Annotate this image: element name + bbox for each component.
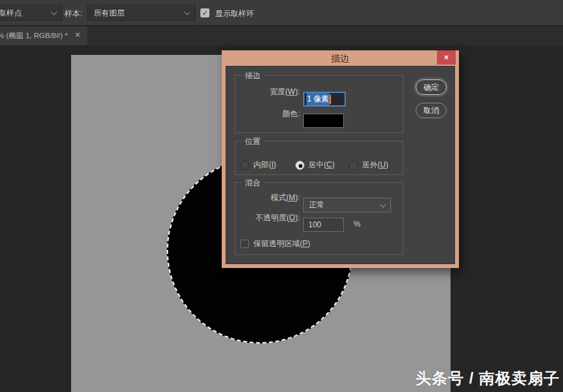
show-sampling-ring-checkbox[interactable]: ✓: [200, 8, 209, 17]
preserve-transparency-checkbox[interactable]: 保留透明区域(P): [240, 239, 310, 249]
stroke-group: 描边 宽度(W): 1 像素 颜色:: [235, 75, 403, 133]
watermark-text: 头条号 / 南极卖扇子: [416, 368, 560, 389]
chevron-down-icon: [380, 201, 387, 207]
dialog-close-button[interactable]: ×: [437, 50, 456, 65]
width-label: 宽度(W):: [235, 85, 300, 99]
show-sampling-ring-label[interactable]: 显示取样环: [215, 8, 254, 19]
stroke-color-swatch[interactable]: [303, 114, 344, 128]
close-icon: ×: [444, 53, 449, 62]
position-radio-center[interactable]: 居中(C): [295, 160, 335, 170]
opacity-unit: %: [354, 220, 361, 229]
opacity-input-value: 100: [308, 220, 321, 229]
toolbar-separator: [196, 3, 197, 23]
blend-mode-value: 正常: [309, 200, 324, 211]
options-toolbar: 取样点 样本: 所有图层 ✓ 显示取样环: [0, 0, 563, 26]
text-caret: [330, 95, 331, 104]
document-tab-title: % (椭圆 1, RGB/8#) *: [0, 31, 68, 41]
ok-button[interactable]: 确定: [416, 79, 447, 95]
sample-scope-dropdown[interactable]: 所有图层: [87, 5, 195, 21]
blend-mode-select[interactable]: 正常: [303, 198, 391, 212]
radio-selected-icon: [295, 161, 304, 170]
blend-group: 混合 模式(M): 正常 不透明度(O): 100 % 保留透明区域(P): [235, 182, 403, 255]
dialog-title[interactable]: 描边: [222, 50, 459, 66]
document-tab-bar: % (椭圆 1, RGB/8#) * ×: [0, 26, 563, 45]
sample-point-dropdown-value: 取样点: [0, 8, 22, 19]
check-icon: ✓: [202, 9, 207, 17]
tab-close-icon[interactable]: ×: [73, 30, 82, 39]
dialog-content: 描边 宽度(W): 1 像素 颜色: 位置 内部(I) 居中(C) 居外(U): [226, 66, 455, 264]
checkbox-unchecked-icon: [240, 240, 249, 248]
radio-icon: [240, 161, 250, 170]
sample-label: 样本:: [65, 8, 82, 19]
mode-label: 模式(M):: [235, 191, 300, 205]
position-radio-inside[interactable]: 内部(I): [240, 160, 276, 170]
document-tab[interactable]: % (椭圆 1, RGB/8#) * ×: [0, 26, 87, 45]
sample-point-dropdown[interactable]: 取样点: [0, 5, 62, 21]
stroke-dialog: 描边 × 描边 宽度(W): 1 像素 颜色: 位置 内部(I) 居中(C): [222, 50, 459, 268]
blend-group-legend: 混合: [242, 178, 264, 189]
position-group-legend: 位置: [242, 136, 264, 147]
opacity-input[interactable]: 100: [303, 218, 344, 232]
stroke-group-legend: 描边: [242, 70, 264, 81]
position-group: 位置 内部(I) 居中(C) 居外(U): [235, 141, 403, 175]
width-input[interactable]: 1 像素: [303, 92, 346, 107]
width-input-selected-text: 1 像素: [306, 93, 330, 105]
position-radio-outside[interactable]: 居外(U): [349, 160, 388, 170]
opacity-label: 不透明度(O):: [235, 211, 300, 225]
cancel-button[interactable]: 取消: [416, 103, 447, 118]
chevron-down-icon: [51, 9, 58, 15]
chevron-down-icon: [184, 9, 191, 15]
color-label: 颜色:: [235, 107, 300, 121]
sample-scope-dropdown-value: 所有图层: [94, 8, 125, 19]
radio-icon: [349, 161, 358, 170]
